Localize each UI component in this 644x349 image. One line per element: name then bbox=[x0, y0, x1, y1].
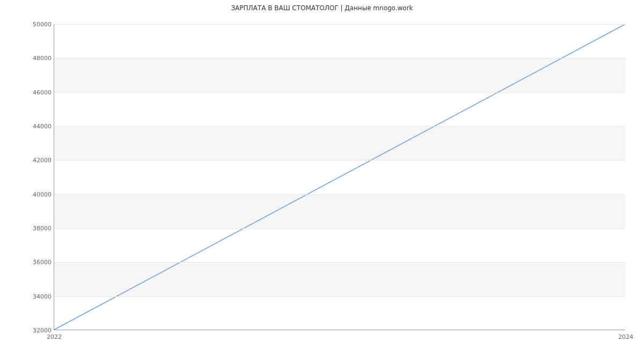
y-gridline bbox=[54, 296, 625, 297]
y-tick-label: 32000 bbox=[27, 327, 52, 334]
y-gridline bbox=[54, 160, 625, 161]
y-tick-label: 50000 bbox=[27, 21, 52, 28]
y-gridline bbox=[54, 228, 625, 229]
y-gridline bbox=[54, 58, 625, 59]
y-tick-label: 42000 bbox=[27, 157, 52, 164]
y-tick-label: 36000 bbox=[27, 259, 52, 266]
y-tick-label: 38000 bbox=[27, 225, 52, 232]
y-tick-label: 40000 bbox=[27, 191, 52, 198]
y-gridline bbox=[54, 126, 625, 127]
x-tick-label: 2022 bbox=[38, 333, 70, 340]
y-gridline bbox=[54, 24, 625, 25]
chart-title: ЗАРПЛАТА В ВАШ СТОМАТОЛОГ | Данные mnogo… bbox=[0, 4, 644, 12]
y-tick-label: 44000 bbox=[27, 123, 52, 130]
line-layer bbox=[54, 24, 625, 330]
y-gridline bbox=[54, 92, 625, 93]
y-gridline bbox=[54, 194, 625, 195]
salary-line-chart: ЗАРПЛАТА В ВАШ СТОМАТОЛОГ | Данные mnogo… bbox=[0, 0, 644, 349]
series-line bbox=[54, 24, 625, 330]
y-tick-label: 48000 bbox=[27, 55, 52, 62]
y-gridline bbox=[54, 262, 625, 263]
x-tick-label: 2024 bbox=[610, 333, 642, 340]
y-tick-label: 34000 bbox=[27, 293, 52, 300]
y-tick-label: 46000 bbox=[27, 89, 52, 96]
plot-area: 3200034000360003800040000420004400046000… bbox=[54, 24, 625, 330]
